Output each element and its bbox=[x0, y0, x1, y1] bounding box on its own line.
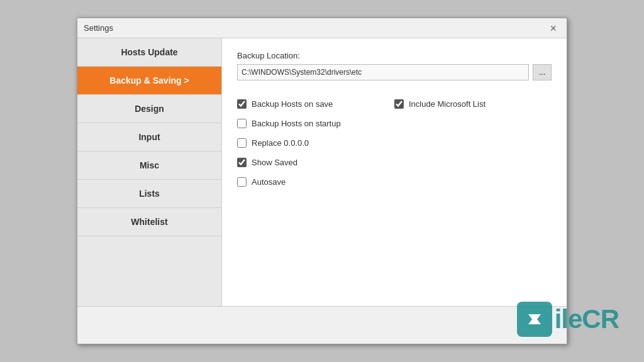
checkbox-backup-on-startup[interactable] bbox=[237, 119, 247, 128]
option-include-microsoft: Include Microsoft List bbox=[394, 94, 552, 114]
autosave-label: Autosave bbox=[252, 177, 286, 187]
checkbox-show-saved[interactable] bbox=[237, 158, 247, 167]
watermark-text: ileCR bbox=[555, 304, 619, 334]
checkbox-include-microsoft[interactable] bbox=[394, 99, 404, 109]
option-backup-on-startup: Backup Hosts on startup bbox=[237, 114, 394, 133]
sidebar-item-misc[interactable]: Misc bbox=[77, 151, 221, 180]
bottom-panel bbox=[77, 306, 567, 344]
content-area: Hosts Update Backup & Saving > Design In… bbox=[77, 38, 567, 306]
close-button[interactable]: ✕ bbox=[547, 21, 560, 35]
option-autosave: Autosave bbox=[237, 172, 394, 192]
backup-location-label: Backup Location: bbox=[237, 51, 552, 60]
option-replace-zeros: Replace 0.0.0.0 bbox=[237, 133, 394, 153]
sidebar-item-design[interactable]: Design bbox=[77, 95, 221, 123]
sidebar-item-input[interactable]: Input bbox=[77, 123, 221, 151]
sidebar-item-backup-saving[interactable]: Backup & Saving > bbox=[77, 67, 221, 95]
checkbox-autosave[interactable] bbox=[237, 177, 247, 187]
sidebar-item-whitelist[interactable]: Whitelist bbox=[77, 208, 221, 236]
sidebar-item-lists[interactable]: Lists bbox=[77, 180, 221, 208]
sidebar-item-hosts-update[interactable]: Hosts Update bbox=[77, 38, 221, 67]
option-show-saved: Show Saved bbox=[237, 153, 394, 172]
options-col-right: Include Microsoft List bbox=[394, 94, 552, 192]
option-backup-on-save: Backup Hosts on save bbox=[237, 94, 394, 114]
sidebar: Hosts Update Backup & Saving > Design In… bbox=[77, 38, 222, 306]
browse-button[interactable]: ... bbox=[533, 64, 552, 80]
include-microsoft-label: Include Microsoft List bbox=[409, 99, 486, 109]
options-col-left: Backup Hosts on save Backup Hosts on sta… bbox=[237, 94, 394, 192]
backup-on-save-label: Backup Hosts on save bbox=[252, 99, 333, 109]
main-panel: Backup Location: ... Backup Hosts on sav… bbox=[222, 38, 567, 306]
settings-window: Settings ✕ Hosts Update Backup & Saving … bbox=[77, 18, 567, 344]
replace-zeros-label: Replace 0.0.0.0 bbox=[252, 138, 309, 148]
watermark-icon bbox=[517, 302, 552, 337]
window-title: Settings bbox=[84, 23, 113, 33]
path-row: ... bbox=[237, 64, 552, 80]
backup-location-group: Backup Location: ... bbox=[237, 51, 552, 80]
checkbox-backup-on-save[interactable] bbox=[237, 99, 247, 109]
checkbox-replace-zeros[interactable] bbox=[237, 138, 247, 148]
watermark: ileCR bbox=[517, 302, 619, 337]
options-grid: Backup Hosts on save Backup Hosts on sta… bbox=[237, 94, 552, 192]
show-saved-label: Show Saved bbox=[252, 158, 297, 167]
backup-on-startup-label: Backup Hosts on startup bbox=[252, 119, 341, 128]
backup-path-input[interactable] bbox=[237, 64, 529, 80]
title-bar: Settings ✕ bbox=[77, 18, 567, 38]
